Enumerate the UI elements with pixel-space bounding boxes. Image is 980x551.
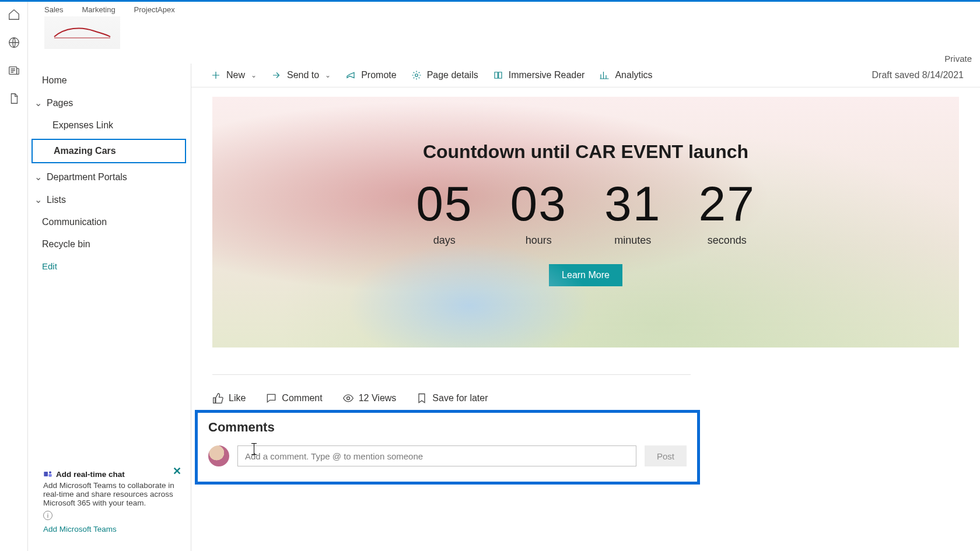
details-label: Page details [427, 70, 478, 80]
close-icon[interactable]: ✕ [173, 465, 181, 478]
nav-pages-label: Pages [47, 98, 73, 108]
nav-home[interactable]: Home [28, 69, 191, 92]
post-button[interactable]: Post [645, 445, 687, 466]
save-for-later-button[interactable]: Save for later [416, 392, 488, 404]
analytics-button[interactable]: Analytics [598, 69, 652, 81]
info-icon[interactable]: i [43, 511, 52, 520]
count-minutes: 31 minutes [604, 176, 661, 247]
save-label: Save for later [432, 393, 488, 403]
chevron-down-icon: ⌄ [251, 71, 257, 79]
teams-icon [43, 469, 52, 479]
tab-marketing[interactable]: Marketing [82, 5, 116, 14]
count-hours-label: hours [510, 234, 567, 247]
hero-title: Countdown until CAR EVENT launch [423, 141, 748, 163]
promo-title: Add real-time chat [56, 470, 125, 479]
page-details-button[interactable]: Page details [411, 69, 478, 81]
comments-section: Comments Post [195, 410, 700, 485]
nav-amazing-cars[interactable]: Amazing Cars [32, 139, 186, 163]
comment-button[interactable]: Comment [265, 392, 322, 404]
count-seconds: 27 seconds [698, 176, 755, 247]
app-shell: Sales Marketing ProjectApex Private Home… [0, 2, 980, 551]
social-bar: Like Comment 12 Views Save for late [212, 392, 959, 404]
chevron-down-icon: ⌄ [325, 71, 331, 79]
nav-pages[interactable]: ⌄ Pages [28, 92, 191, 114]
countdown-hero: Countdown until CAR EVENT launch 05 days… [212, 97, 959, 348]
new-label: New [226, 70, 245, 80]
eye-icon [342, 392, 354, 404]
promote-icon [345, 69, 356, 81]
teams-promo-card: ✕ Add real-time chat Add Microsoft Teams… [34, 461, 185, 541]
count-hours: 03 hours [510, 176, 567, 247]
tab-sales[interactable]: Sales [44, 5, 64, 14]
count-days-value: 05 [416, 176, 473, 232]
analytics-icon [598, 69, 610, 81]
content-area: New ⌄ Send to ⌄ Promote [191, 64, 980, 551]
count-minutes-value: 31 [604, 176, 661, 232]
main-column: Sales Marketing ProjectApex Private Home… [28, 2, 980, 551]
left-nav: Home ⌄ Pages Expenses Link Amazing Cars … [28, 64, 191, 551]
command-bar: New ⌄ Send to ⌄ Promote [191, 64, 980, 87]
comments-title: Comments [208, 420, 687, 435]
new-button[interactable]: New ⌄ [210, 69, 257, 81]
send-icon [271, 69, 282, 81]
count-minutes-label: minutes [604, 234, 661, 247]
privacy-row: Private [28, 49, 980, 64]
svg-point-4 [49, 471, 51, 473]
send-to-button[interactable]: Send to ⌄ [271, 69, 331, 81]
privacy-label: Private [944, 54, 972, 64]
site-top-tabs: Sales Marketing ProjectApex [44, 2, 980, 15]
count-days-label: days [416, 234, 473, 247]
analytics-label: Analytics [615, 70, 652, 80]
reader-label: Immersive Reader [509, 70, 585, 80]
count-seconds-value: 27 [698, 176, 755, 232]
home-icon[interactable] [6, 6, 22, 23]
comment-input[interactable] [237, 445, 636, 466]
like-button[interactable]: Like [212, 392, 246, 404]
nav-expenses-link[interactable]: Expenses Link [28, 114, 191, 136]
nav-lists[interactable]: ⌄ Lists [28, 188, 191, 211]
promo-body: Add Microsoft Teams to collaborate in re… [43, 481, 176, 507]
promote-button[interactable]: Promote [345, 69, 396, 81]
page-scroll[interactable]: Countdown until CAR EVENT launch 05 days… [191, 87, 980, 551]
promo-add-teams-link[interactable]: Add Microsoft Teams [43, 525, 176, 534]
comment-input-row: Post [208, 445, 687, 466]
count-hours-value: 03 [510, 176, 567, 232]
globe-icon[interactable] [6, 34, 22, 51]
tab-projectapex[interactable]: ProjectApex [134, 5, 175, 14]
like-icon [212, 392, 224, 404]
learn-more-button[interactable]: Learn More [549, 264, 622, 286]
site-logo [44, 16, 120, 49]
app-icon-rail [0, 2, 28, 551]
nav-recycle-bin[interactable]: Recycle bin [28, 233, 191, 255]
news-icon[interactable] [6, 62, 22, 79]
chevron-down-icon: ⌄ [33, 194, 43, 205]
svg-rect-3 [44, 472, 48, 476]
divider [212, 374, 691, 375]
count-days: 05 days [416, 176, 473, 247]
views-label: 12 Views [359, 393, 397, 403]
nav-edit[interactable]: Edit [28, 255, 191, 277]
site-header: Sales Marketing ProjectApex [28, 2, 980, 49]
nav-department-portals[interactable]: ⌄ Department Portals [28, 166, 191, 188]
svg-rect-2 [16, 68, 19, 74]
gear-icon [411, 69, 422, 81]
comment-label: Comment [282, 393, 322, 403]
nav-communication[interactable]: Communication [28, 211, 191, 233]
nav-dept-label: Department Portals [47, 172, 127, 183]
svg-rect-5 [48, 474, 51, 477]
countdown-row: 05 days 03 hours 31 minutes [416, 176, 755, 247]
hub-row: Home ⌄ Pages Expenses Link Amazing Cars … [28, 64, 980, 551]
immersive-reader-button[interactable]: Immersive Reader [492, 69, 585, 81]
avatar [208, 445, 229, 466]
count-seconds-label: seconds [698, 234, 755, 247]
file-icon[interactable] [6, 90, 22, 107]
like-label: Like [229, 393, 246, 403]
promo-title-row: Add real-time chat [43, 469, 176, 479]
svg-point-7 [346, 397, 349, 400]
text-cursor-icon [254, 443, 254, 455]
command-bar-left: New ⌄ Send to ⌄ Promote [210, 69, 652, 81]
send-label: Send to [287, 70, 319, 80]
nav-lists-label: Lists [47, 195, 66, 205]
views-count: 12 Views [342, 392, 397, 404]
comment-icon [265, 392, 277, 404]
